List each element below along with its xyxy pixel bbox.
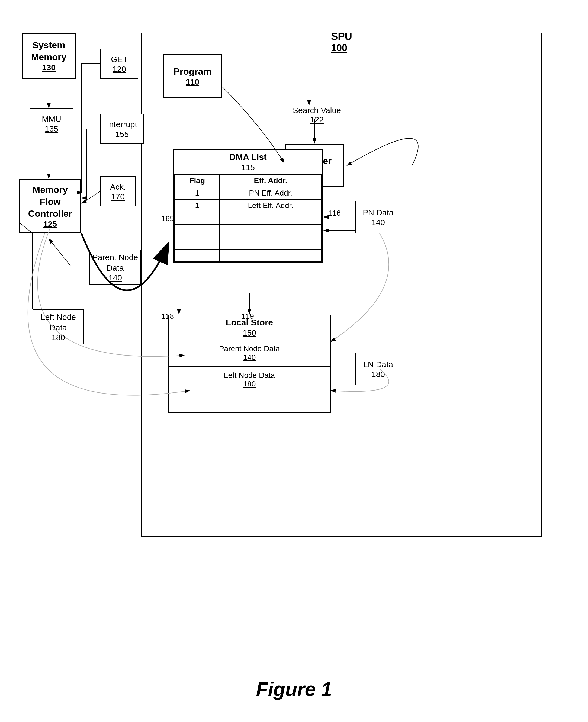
left-node-data-box: Left NodeData 180	[33, 309, 84, 345]
system-memory-box: SystemMemory 130	[22, 33, 76, 79]
get-box: GET 120	[100, 49, 138, 79]
pn-data-box: PN Data 140	[355, 201, 401, 233]
interrupt-box: Interrupt 155	[100, 114, 144, 144]
dma-row-3	[174, 212, 321, 224]
figure-caption: Figure 1	[256, 678, 332, 700]
svg-line-4	[82, 191, 100, 203]
spu-box: SPU 100	[141, 33, 542, 537]
label-119: 119	[241, 312, 254, 321]
diagram-area: SPU 100 SystemMemory 130 MMU 135 Memory …	[16, 16, 572, 640]
spu-label: SPU 100	[328, 30, 355, 54]
dma-row-4	[174, 224, 321, 237]
label-118: 118	[161, 312, 174, 321]
memory-flow-controller-box: Memory FlowController 125	[19, 179, 81, 233]
mmu-box: MMU 135	[30, 108, 73, 138]
parent-node-data-box: Parent NodeData 140	[89, 249, 141, 285]
program-box: Program 110	[163, 54, 222, 98]
label-165: 165	[161, 214, 174, 223]
local-store-box: Local Store 150 Parent Node Data 140 Lef…	[168, 315, 331, 413]
ack-box: Ack. 170	[100, 176, 135, 206]
label-116: 116	[328, 209, 341, 218]
dma-row-1: 1 PN Eff. Addr.	[174, 187, 321, 199]
dma-row-6	[174, 249, 321, 262]
dma-row-2: 1 Left Eff. Addr.	[174, 199, 321, 212]
search-value-label: Search Value 122	[293, 106, 341, 124]
ln-data-box: LN Data 180	[355, 353, 401, 385]
dma-list-box: DMA List 115 Flag Eff. Addr. 1 PN Eff. A…	[173, 149, 322, 263]
dma-row-5	[174, 237, 321, 249]
dma-table: Flag Eff. Addr. 1 PN Eff. Addr. 1 Left E…	[174, 174, 322, 262]
